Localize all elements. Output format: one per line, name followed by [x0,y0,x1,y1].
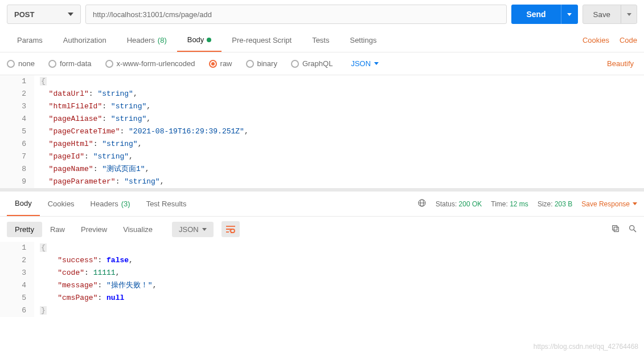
response-body-editor[interactable]: 1{2 "success": false,3 "code": 11111,4 "… [0,242,644,317]
body-format-select[interactable]: JSON [351,59,379,68]
tab-body[interactable]: Body [177,29,222,52]
globe-icon[interactable] [417,198,426,209]
code-line[interactable]: "dataUrl": "string", [34,88,644,100]
status-label: Status: [436,200,457,208]
method-select[interactable]: POST [7,5,81,24]
code-line[interactable]: "pageParameter": "string", [34,176,644,188]
time-label: Time: [491,200,508,208]
send-label: Send [511,5,560,24]
line-number: 2 [0,88,34,100]
svg-line-8 [634,230,636,232]
chevron-down-icon [633,202,637,205]
code-line[interactable]: "message": "操作失败！", [34,279,644,292]
save-button[interactable]: Save [583,5,637,24]
code-line[interactable]: "success": false, [34,254,644,267]
line-number: 1 [0,75,34,88]
resp-tab-cookies[interactable]: Cookies [40,192,83,216]
line-number: 5 [0,292,34,304]
radio-icon [48,60,56,68]
request-body-editor[interactable]: 1{2 "dataUrl": "string",3 "htmlFileId": … [0,75,644,192]
chevron-down-icon [567,13,572,16]
tab-headers-label: Headers [127,36,155,44]
save-label: Save [583,5,621,23]
fmt-visualize[interactable]: Visualize [115,222,161,237]
radio-formdata[interactable]: form-data [48,59,92,68]
line-number: 4 [0,113,34,125]
tab-prerequest[interactable]: Pre-request Script [221,29,302,52]
chevron-down-icon [374,62,379,65]
code-line[interactable]: "pageCreateTime": "2021-08-19T16:29:39.2… [34,125,644,138]
tab-settings[interactable]: Settings [339,29,387,52]
svg-rect-6 [613,225,617,230]
method-value: POST [14,10,34,19]
fmt-pretty[interactable]: Pretty [7,222,42,237]
code-line[interactable]: } [34,304,644,317]
line-number: 6 [0,304,34,317]
chevron-down-icon [68,13,73,16]
code-line[interactable]: "pageName": "测试页面1", [34,163,644,176]
code-line[interactable]: { [34,75,644,88]
radio-icon [246,60,254,68]
svg-rect-5 [614,227,618,231]
resp-tab-body[interactable]: Body [7,192,40,216]
resp-tab-headers-label: Headers [91,200,118,208]
line-number: 2 [0,254,34,267]
line-number: 3 [0,100,34,113]
code-line[interactable]: "code": 11111, [34,267,644,279]
search-icon[interactable] [628,224,637,235]
url-input[interactable] [85,5,507,24]
radio-icon [105,60,113,68]
fmt-raw[interactable]: Raw [42,222,73,237]
code-line[interactable]: "htmlFileId": "string", [34,100,644,113]
code-line[interactable]: "pageHtml": "string", [34,138,644,150]
size-label: Size: [538,200,553,208]
tab-tests[interactable]: Tests [302,29,339,52]
send-button[interactable]: Send [511,5,577,24]
code-link[interactable]: Code [620,36,637,44]
body-format-label: JSON [351,59,371,68]
tab-params[interactable]: Params [7,29,53,52]
radio-none[interactable]: none [7,59,35,68]
resp-tab-headers[interactable]: Headers (3) [83,192,138,216]
radio-icon [209,60,217,68]
tab-authorization[interactable]: Authorization [53,29,117,52]
size-value: 203 B [555,200,572,208]
tab-body-label: Body [187,35,204,44]
save-response-button[interactable]: Save Response [581,200,637,208]
radio-binary[interactable]: binary [246,59,277,68]
resp-tab-tests[interactable]: Test Results [138,192,195,216]
line-number: 6 [0,138,34,150]
radio-icon [291,60,299,68]
radio-raw[interactable]: raw [209,59,232,68]
resp-headers-count: (3) [121,200,130,208]
code-line[interactable]: "pageId": "string", [34,150,644,163]
resp-format-select[interactable]: JSON [172,222,214,237]
line-number: 5 [0,125,34,138]
radio-xwww[interactable]: x-www-form-urlencoded [105,59,195,68]
code-line[interactable]: { [34,242,644,254]
beautify-link[interactable]: Beautify [607,59,637,68]
code-line[interactable]: "pageAliase": "string", [34,113,644,125]
wrap-lines-button[interactable] [221,221,240,237]
fmt-preview[interactable]: Preview [73,222,115,237]
line-number: 8 [0,163,34,176]
line-number: 3 [0,267,34,279]
dot-icon [207,38,211,42]
tab-headers[interactable]: Headers (8) [117,29,177,52]
line-number: 1 [0,242,34,254]
copy-icon[interactable] [611,224,620,235]
chevron-down-icon [202,228,207,231]
line-number: 9 [0,176,34,188]
radio-icon [7,60,15,68]
line-number: 7 [0,150,34,163]
chevron-down-icon [627,13,631,16]
cookies-link[interactable]: Cookies [583,36,609,44]
save-caret[interactable] [621,5,637,23]
status-value: 200 OK [459,200,482,208]
line-number: 4 [0,279,34,292]
code-line[interactable]: "cmsPage": null [34,292,644,304]
send-caret[interactable] [561,5,578,24]
radio-graphql[interactable]: GraphQL [291,59,333,68]
time-value: 12 ms [510,200,528,208]
svg-point-7 [630,225,634,230]
